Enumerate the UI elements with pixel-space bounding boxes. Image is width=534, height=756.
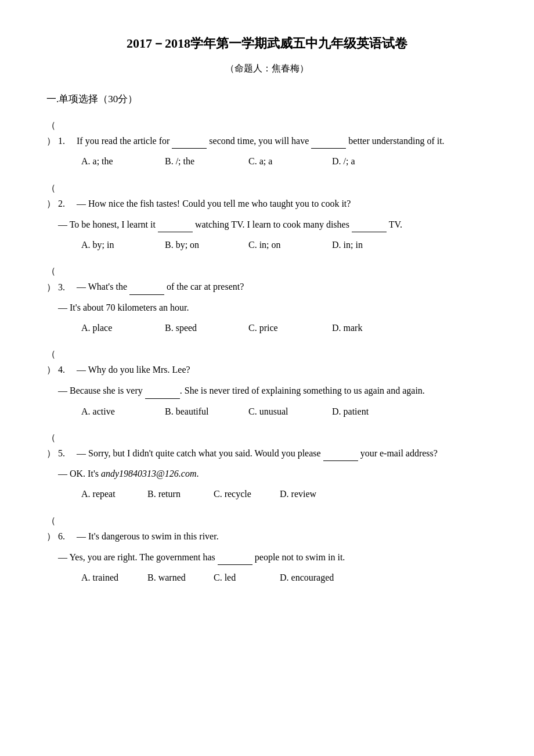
- question-1-text: （ ）1. If you read the article for second…: [46, 117, 488, 149]
- question-6: （ ）6. — It's dangerous to swim in this r…: [46, 513, 488, 586]
- question-6-line2: — Yes, you are right. The government has…: [58, 549, 488, 565]
- question-5: （ ）5. — Sorry, but I didn't quite catch …: [46, 430, 488, 502]
- paren-6: （ ）: [46, 513, 58, 544]
- question-3: （ ）3. — What's the of the car at present…: [46, 263, 488, 336]
- question-3-options: A. place B. speed C. price D. mark: [81, 320, 488, 336]
- paren-4: （ ）: [46, 346, 58, 377]
- paren-1: （ ）: [46, 117, 58, 149]
- question-3-line2: — It's about 70 kilometers an hour.: [58, 300, 488, 315]
- paren-3: （ ）: [46, 263, 58, 294]
- question-6-line1: （ ）6. — It's dangerous to swim in this r…: [46, 513, 488, 544]
- subtitle: （命题人：焦春梅）: [46, 63, 488, 75]
- question-2-line2: — To be honest, I learnt it watching TV.…: [58, 216, 488, 232]
- question-4-line1: （ ）4. — Why do you like Mrs. Lee?: [46, 346, 488, 377]
- paren-2: （ ）: [46, 180, 58, 211]
- question-3-line1: （ ）3. — What's the of the car at present…: [46, 263, 488, 294]
- question-5-line1: （ ）5. — Sorry, but I didn't quite catch …: [46, 430, 488, 461]
- question-5-line2: — OK. It's andy19840313@126.com.: [58, 466, 488, 481]
- question-2-line1: （ ）2. — How nice the fish tastes! Could …: [46, 180, 488, 211]
- section-header: 一.单项选择（30分）: [46, 92, 488, 106]
- question-4-line2: — Because she is very . She is never tir…: [58, 382, 488, 398]
- question-2: （ ）2. — How nice the fish tastes! Could …: [46, 180, 488, 253]
- question-5-options: A. repeat B. return C. recycle D. review: [81, 486, 488, 502]
- page-title: 2017－2018学年第一学期武威五中九年级英语试卷: [46, 35, 488, 52]
- question-4: （ ）4. — Why do you like Mrs. Lee? — Beca…: [46, 346, 488, 419]
- paren-5: （ ）: [46, 430, 58, 461]
- question-4-options: A. active B. beautiful C. unusual D. pat…: [81, 404, 488, 419]
- question-1: （ ）1. If you read the article for second…: [46, 117, 488, 170]
- question-2-options: A. by; in B. by; on C. in; on D. in; in: [81, 237, 488, 253]
- question-6-options: A. trained B. warned C. led D. encourage…: [81, 570, 488, 585]
- question-1-options: A. a; the B. /; the C. a; a D. /; a: [81, 153, 488, 169]
